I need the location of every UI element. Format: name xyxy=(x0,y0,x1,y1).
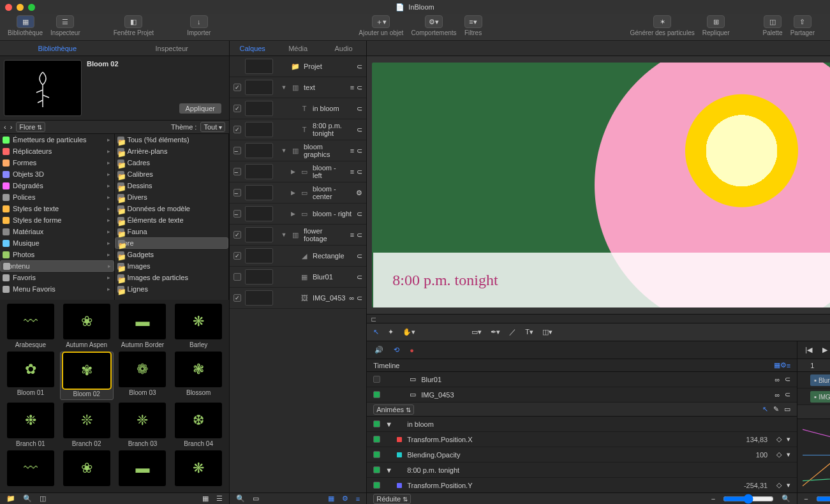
link-icon[interactable]: ⊂ xyxy=(357,168,362,176)
apply-button[interactable]: Appliquer xyxy=(179,103,221,114)
subcategory-item[interactable]: 📁Données de modèle xyxy=(115,203,229,214)
visibility-checkbox[interactable]: − xyxy=(233,168,241,175)
zoom-out-icon[interactable]: − xyxy=(711,495,715,503)
disclosure-icon[interactable]: ▶ xyxy=(290,189,296,196)
track-enable[interactable] xyxy=(373,391,380,398)
keyframe-menu-icon[interactable]: ▾ xyxy=(787,481,790,489)
inspector-button[interactable]: ☰ Inspecteur xyxy=(50,15,80,36)
visibility-checkbox[interactable]: − xyxy=(233,210,241,218)
text-tool[interactable]: T▾ xyxy=(525,328,533,336)
link-icon[interactable]: ⊂ xyxy=(357,210,362,218)
subcategory-item[interactable]: 📁Éléments de texte xyxy=(115,214,229,226)
keyframe-menu-icon[interactable]: ▾ xyxy=(787,450,790,459)
content-grid[interactable]: 〰Arabesque❀Autumn Aspen▬Autumn Border❋Ba… xyxy=(0,300,229,493)
layer-row[interactable]: ◢Rectangle⊂ xyxy=(230,246,366,267)
lock-icon[interactable]: ⊂ xyxy=(785,375,790,383)
category-item[interactable]: Dégradés▸ xyxy=(0,180,114,191)
link-icon[interactable]: ⊂ xyxy=(357,105,362,113)
link-icon[interactable]: ⊂ xyxy=(357,63,362,71)
subcategory-item[interactable]: 📁Images xyxy=(115,260,229,272)
thumb-item[interactable]: 〰Arabesque xyxy=(4,304,57,349)
thumb-item[interactable]: ✿Bloom 01 xyxy=(4,352,57,399)
mask-icon[interactable]: ▦ xyxy=(328,494,334,503)
link-icon[interactable]: ∞ xyxy=(774,391,780,399)
keyframe-menu-icon[interactable]: ▾ xyxy=(787,435,790,443)
category-item[interactable]: Contenu▸ xyxy=(0,260,114,272)
category-item[interactable]: Réplicateurs▸ xyxy=(0,145,114,157)
layer-row[interactable]: −▶▭bloom - left≡⊂ xyxy=(230,161,366,182)
visibility-checkbox[interactable] xyxy=(233,105,241,112)
param-row[interactable]: Transform.Position.X134,83◇▾ xyxy=(367,432,797,447)
pencil-icon[interactable]: ✎ xyxy=(773,405,779,413)
behaviors-button[interactable]: ⚙▾ Comportements xyxy=(411,15,456,36)
folder-icon[interactable]: 📁 xyxy=(6,494,15,503)
time-ruler[interactable]: 1121241361481 xyxy=(797,359,830,372)
share-button[interactable]: ⇧ Partager xyxy=(790,15,815,36)
subcategory-sidebar[interactable]: 📁Tous (%d éléments)📁Arrière-plans📁Cadres… xyxy=(115,134,230,300)
stack-icon[interactable]: ≡ xyxy=(350,84,354,92)
category-item[interactable]: Menu Favoris▸ xyxy=(0,283,114,295)
layout-icon[interactable]: ◫ xyxy=(40,494,46,503)
play-icon[interactable]: ▶ xyxy=(822,346,827,354)
param-row[interactable]: Transform.Position.Y-254,31◇▾ xyxy=(367,478,797,493)
library-button[interactable]: ▦ Bibliothèque xyxy=(8,15,43,36)
loop-icon[interactable]: ⟲ xyxy=(394,346,399,354)
nav-forward[interactable]: › xyxy=(10,123,13,131)
keyframe-editor[interactable] xyxy=(797,419,830,493)
search-icon[interactable]: 🔍 xyxy=(23,494,32,503)
visibility-checkbox[interactable] xyxy=(233,126,241,133)
animated-select[interactable]: Animées ⇅ xyxy=(373,404,414,415)
clip-row[interactable]: ▪ Blur01 xyxy=(797,372,830,389)
thumb-item[interactable]: ▬Autumn Border xyxy=(116,304,170,349)
disclosure-icon[interactable]: ▶ xyxy=(290,168,296,175)
theme-select[interactable]: Tout ▾ xyxy=(200,122,225,132)
list-icon[interactable]: ☰ xyxy=(216,494,223,503)
mute-icon[interactable]: 🔊 xyxy=(374,346,383,354)
visibility-checkbox[interactable] xyxy=(233,273,241,281)
tab-inspector[interactable]: Inspecteur xyxy=(115,41,230,56)
category-item[interactable]: Objets 3D▸ xyxy=(0,168,114,180)
filter-icon[interactable]: ▭ xyxy=(253,494,259,503)
go-start-icon[interactable]: |◀ xyxy=(805,346,812,354)
category-item[interactable]: Musique▸ xyxy=(0,237,114,249)
clip[interactable]: ▪ IMG_0453 xyxy=(810,391,830,403)
thumb-item[interactable]: ❆Branch 04 xyxy=(172,403,225,448)
nav-back[interactable]: ‹ xyxy=(4,123,6,131)
subcategory-item[interactable]: 📁Calibres xyxy=(115,168,229,180)
3d-tool[interactable]: ✦ xyxy=(388,328,394,336)
thumb-item[interactable]: 〰 xyxy=(4,450,57,489)
tab-audio[interactable]: Audio xyxy=(321,41,366,56)
tab-layers[interactable]: Calques xyxy=(230,41,275,56)
link-icon[interactable]: ⊂ xyxy=(357,273,362,281)
thumb-item[interactable]: ✾Bloom 02 xyxy=(60,352,114,399)
tab-media[interactable]: Média xyxy=(275,41,320,56)
category-item[interactable]: Favoris▸ xyxy=(0,272,114,283)
search-icon[interactable]: 🔍 xyxy=(236,494,245,503)
box-icon[interactable]: ▭ xyxy=(784,405,790,413)
visibility-checkbox[interactable] xyxy=(233,84,241,91)
subcategory-item[interactable]: 📁Cadres xyxy=(115,157,229,168)
zoom-window[interactable] xyxy=(28,4,35,11)
thumb-item[interactable]: ❁Bloom 03 xyxy=(116,352,170,399)
visibility-checkbox[interactable]: − xyxy=(233,147,241,154)
link-icon[interactable]: ∞ xyxy=(774,376,780,383)
zoom-slider[interactable] xyxy=(723,494,774,504)
tab-library[interactable]: Bibliothèque xyxy=(0,41,115,56)
timeline-row[interactable]: ▭Blur01∞⊂ xyxy=(367,372,797,387)
visibility-checkbox[interactable] xyxy=(233,294,241,302)
arrow-icon[interactable]: ↖ xyxy=(762,405,768,413)
track-enable[interactable] xyxy=(373,376,380,383)
subcategory-item[interactable]: 📁Arrière-plans xyxy=(115,145,229,157)
category-sidebar[interactable]: Émetteurs de particules▸Réplicateurs▸For… xyxy=(0,134,115,300)
subcategory-item[interactable]: 📁Divers xyxy=(115,191,229,203)
disclosure-icon[interactable]: ▼ xyxy=(281,232,287,238)
project-window-button[interactable]: ◧ Fenêtre Projet xyxy=(114,15,154,36)
close-window[interactable] xyxy=(5,4,12,11)
layer-row[interactable]: −▶▭bloom - center⚙ xyxy=(230,182,366,204)
filters-button[interactable]: ≡▾ Filtres xyxy=(464,15,482,36)
param-enable[interactable] xyxy=(373,420,380,427)
zoom-slider[interactable] xyxy=(816,494,830,504)
keyframe-prev-icon[interactable]: ◇ xyxy=(776,481,782,489)
subcategory-item[interactable]: 📁Images de particles xyxy=(115,272,229,283)
pen-tool[interactable]: ✒▾ xyxy=(491,328,500,336)
